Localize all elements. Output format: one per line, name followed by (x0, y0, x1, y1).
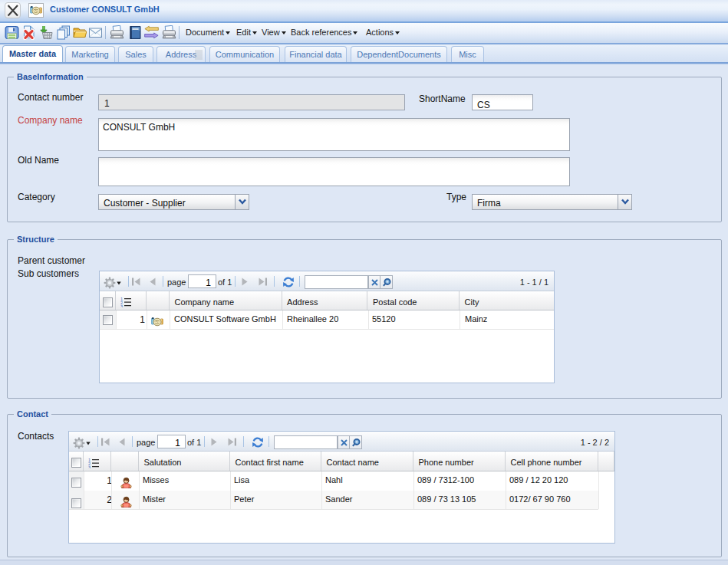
svg-text:3: 3 (120, 304, 123, 308)
svg-text:3: 3 (88, 465, 91, 469)
